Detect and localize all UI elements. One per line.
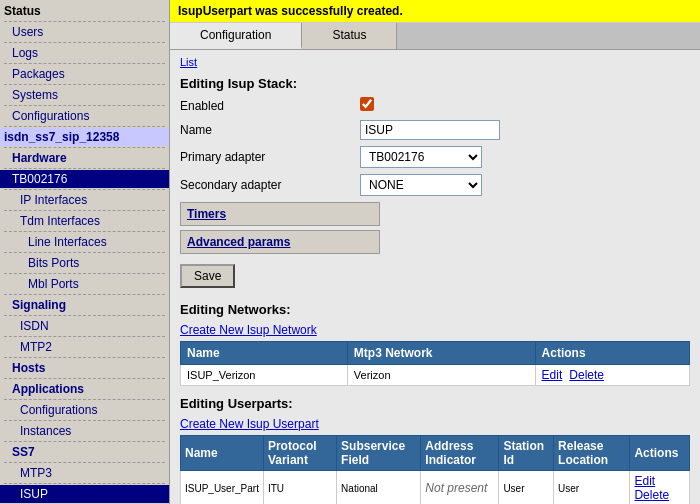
list-link[interactable]: List [180, 56, 690, 68]
userpart-edit-link[interactable]: Edit [634, 474, 655, 488]
sidebar-item-signaling[interactable]: Signaling [0, 296, 169, 314]
name-value [360, 120, 690, 140]
content-area: List Editing Isup Stack: Enabled Name Pr… [170, 50, 700, 504]
primary-adapter-label: Primary adapter [180, 150, 360, 164]
networks-col-name: Name [181, 342, 348, 365]
userpart-subservice-cell: National [337, 471, 421, 505]
network-actions-cell: Edit Delete [535, 365, 689, 386]
sidebar-item-line-interfaces[interactable]: Line Interfaces [0, 233, 169, 251]
userparts-table: Name Protocol Variant Subservice Field A… [180, 435, 690, 504]
sidebar-item-instances[interactable]: Instances [0, 422, 169, 440]
sidebar-item-isup[interactable]: ISUP [0, 485, 169, 503]
sidebar-item-ss7[interactable]: SS7 [0, 443, 169, 461]
sidebar-item-logs[interactable]: Logs [0, 44, 169, 62]
userpart-actions-cell: Edit Delete [630, 471, 690, 505]
secondary-adapter-select[interactable]: NONE [361, 175, 481, 195]
tabs-bar: Configuration Status [170, 23, 700, 50]
secondary-adapter-select-wrapper: NONE [360, 174, 482, 196]
primary-adapter-select-wrapper: TB002176 [360, 146, 482, 168]
sidebar-item-users[interactable]: Users [0, 23, 169, 41]
sidebar-item-tb002176[interactable]: TB002176 [0, 170, 169, 188]
network-delete-link[interactable]: Delete [569, 368, 604, 382]
sidebar-item-mbl-ports[interactable]: Mbl Ports [0, 275, 169, 293]
primary-adapter-value: TB002176 [360, 146, 690, 168]
name-label: Name [180, 123, 360, 137]
sidebar-item-configurations[interactable]: Configurations [0, 401, 169, 419]
sidebar: Status Users Logs Packages Systems Confi… [0, 0, 170, 504]
userpart-col-station: Station Id [499, 436, 554, 471]
userpart-delete-link[interactable]: Delete [634, 488, 669, 502]
name-row: Name [180, 120, 690, 140]
editing-isup-stack-title: Editing Isup Stack: [180, 76, 690, 91]
sidebar-item-mtp3[interactable]: MTP3 [0, 464, 169, 482]
main-content: IsupUserpart was successfully created. C… [170, 0, 700, 504]
success-banner: IsupUserpart was successfully created. [170, 0, 700, 23]
advanced-params-link[interactable]: Advanced params [180, 230, 380, 254]
userpart-protocol-cell: ITU [263, 471, 336, 505]
sidebar-item-tdm-interfaces[interactable]: Tdm Interfaces [0, 212, 169, 230]
table-row: ISUP_User_Part ITU National Not present … [181, 471, 690, 505]
sidebar-item-applications[interactable]: Applications [0, 380, 169, 398]
userpart-col-actions: Actions [630, 436, 690, 471]
enabled-checkbox[interactable] [360, 97, 374, 111]
network-mtp3-cell: Verizon [347, 365, 535, 386]
editing-networks-title: Editing Networks: [180, 302, 690, 317]
tab-configuration[interactable]: Configuration [170, 23, 302, 49]
secondary-adapter-row: Secondary adapter NONE [180, 174, 690, 196]
sidebar-item-hosts[interactable]: Hosts [0, 359, 169, 377]
secondary-adapter-label: Secondary adapter [180, 178, 360, 192]
enabled-value [360, 97, 690, 114]
userpart-col-name: Name [181, 436, 264, 471]
userpart-col-subservice: Subservice Field [337, 436, 421, 471]
networks-col-mtp3: Mtp3 Network [347, 342, 535, 365]
create-userpart-link[interactable]: Create New Isup Userpart [180, 417, 690, 431]
sidebar-item-hardware[interactable]: Hardware [0, 149, 169, 167]
userpart-station-cell: User [499, 471, 554, 505]
network-edit-link[interactable]: Edit [542, 368, 563, 382]
save-button[interactable]: Save [180, 264, 235, 288]
sidebar-item-systems[interactable]: Systems [0, 86, 169, 104]
editing-userparts-title: Editing Userparts: [180, 396, 690, 411]
create-network-link[interactable]: Create New Isup Network [180, 323, 690, 337]
tab-status[interactable]: Status [302, 23, 397, 49]
sidebar-item-bits-ports[interactable]: Bits Ports [0, 254, 169, 272]
primary-adapter-select[interactable]: TB002176 [361, 147, 481, 167]
enabled-row: Enabled [180, 97, 690, 114]
success-message: IsupUserpart was successfully created. [178, 4, 403, 18]
userpart-col-release: Release Location [554, 436, 630, 471]
sidebar-item-isdn[interactable]: ISDN [0, 317, 169, 335]
userpart-col-protocol: Protocol Variant [263, 436, 336, 471]
userpart-release-cell: User [554, 471, 630, 505]
sidebar-item-ip-interfaces[interactable]: IP Interfaces [0, 191, 169, 209]
secondary-adapter-value: NONE [360, 174, 690, 196]
name-input[interactable] [360, 120, 500, 140]
sidebar-item-status[interactable]: Status [0, 2, 169, 20]
sidebar-item-system-name[interactable]: isdn_ss7_sip_12358 [0, 128, 169, 146]
network-name-cell: ISUP_Verizon [181, 365, 348, 386]
userpart-col-address: Address Indicator [421, 436, 499, 471]
networks-col-actions: Actions [535, 342, 689, 365]
table-row: ISUP_Verizon Verizon Edit Delete [181, 365, 690, 386]
sidebar-item-configurations-top[interactable]: Configurations [0, 107, 169, 125]
timers-link[interactable]: Timers [180, 202, 380, 226]
enabled-label: Enabled [180, 99, 360, 113]
sidebar-item-packages[interactable]: Packages [0, 65, 169, 83]
primary-adapter-row: Primary adapter TB002176 [180, 146, 690, 168]
sidebar-item-mtp2[interactable]: MTP2 [0, 338, 169, 356]
networks-table: Name Mtp3 Network Actions ISUP_Verizon V… [180, 341, 690, 386]
userpart-address-cell: Not present [421, 471, 499, 505]
userpart-name-cell: ISUP_User_Part [181, 471, 264, 505]
